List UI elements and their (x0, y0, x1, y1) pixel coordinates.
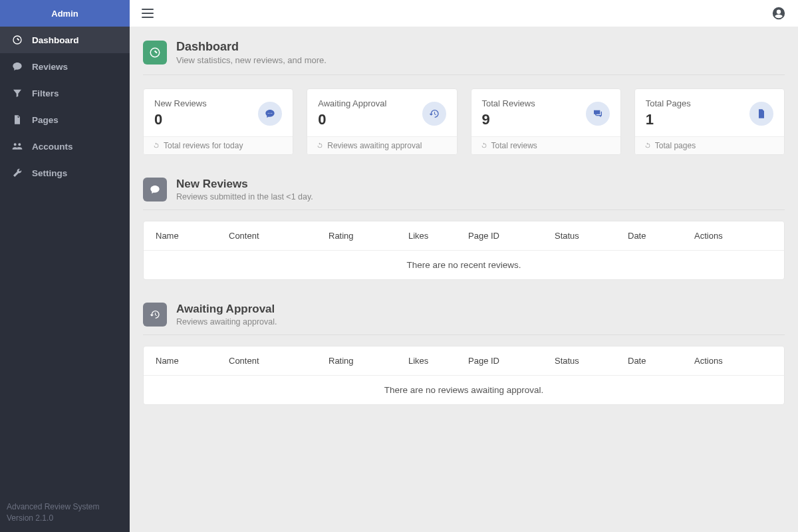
section-header-awaiting: Awaiting Approval Reviews awaiting appro… (143, 303, 785, 335)
empty-state-awaiting: There are no reviews awaiting approval. (144, 376, 784, 404)
comment-icon (143, 178, 167, 201)
stat-value: 0 (154, 111, 207, 128)
col-likes: Likes (408, 356, 468, 366)
col-name: Name (156, 231, 229, 241)
sidebar-item-filters[interactable]: Filters (0, 80, 130, 106)
user-menu-button[interactable] (771, 6, 786, 21)
table-header: Name Content Rating Likes Page ID Status… (144, 346, 784, 376)
sidebar-item-reviews[interactable]: Reviews (0, 53, 130, 80)
users-icon (12, 141, 23, 152)
page-title: Dashboard (176, 40, 327, 54)
empty-state-new: There are no recent reviews. (144, 251, 784, 279)
stat-card-total-pages: Total Pages 1 Total pages (634, 88, 785, 155)
stat-footer: Total pages (655, 141, 696, 150)
gauge-icon (143, 41, 167, 65)
stat-footer: Total reviews for today (164, 141, 243, 150)
history-icon (422, 102, 446, 126)
content-area: Dashboard View statistics, new reviews, … (130, 27, 798, 532)
stat-footer: Total reviews (491, 141, 537, 150)
section-description: Reviews submitted in the last <1 day. (176, 192, 313, 201)
comments-icon (586, 102, 610, 126)
stat-label: New Reviews (154, 98, 207, 108)
section-title: Awaiting Approval (176, 303, 277, 316)
main: Dashboard View statistics, new reviews, … (130, 0, 798, 532)
col-likes: Likes (408, 231, 468, 241)
col-actions: Actions (694, 356, 772, 366)
history-icon (143, 303, 167, 327)
sidebar-nav: Dashboard Reviews Filters Pages Accounts… (0, 27, 130, 493)
col-rating: Rating (329, 231, 408, 241)
col-page: Page ID (468, 231, 555, 241)
stat-row: New Reviews 0 Total reviews for today Aw… (143, 88, 785, 155)
comment-dots-icon (258, 102, 282, 126)
col-content: Content (229, 356, 329, 366)
section-header-new-reviews: New Reviews Reviews submitted in the las… (143, 178, 785, 210)
refresh-icon (317, 142, 323, 149)
sidebar-item-label: Reviews (32, 62, 68, 72)
gauge-icon (12, 35, 23, 45)
stat-footer: Reviews awaiting approval (327, 141, 422, 150)
page-description: View statistics, new reviews, and more. (176, 55, 327, 65)
sidebar-item-dashboard[interactable]: Dashboard (0, 27, 130, 53)
stat-label: Total Pages (646, 98, 691, 108)
col-rating: Rating (329, 356, 408, 366)
sidebar-item-label: Dashboard (32, 35, 79, 45)
comment-icon (12, 61, 23, 72)
sidebar-item-label: Filters (32, 88, 59, 98)
page-header: Dashboard View statistics, new reviews, … (143, 40, 785, 75)
topbar (130, 0, 798, 27)
sidebar-item-pages[interactable]: Pages (0, 106, 130, 133)
file-icon (749, 102, 773, 126)
sidebar-item-settings[interactable]: Settings (0, 160, 130, 186)
footer-version: Version 2.1.0 (7, 513, 123, 524)
stat-value: 0 (318, 111, 386, 128)
footer-product: Advanced Review System (7, 501, 123, 513)
stat-card-new-reviews: New Reviews 0 Total reviews for today (143, 88, 293, 155)
section-title: New Reviews (176, 178, 313, 191)
stat-value: 9 (482, 111, 535, 128)
brand-title[interactable]: Admin (0, 0, 130, 27)
refresh-icon (644, 142, 651, 149)
col-page: Page ID (468, 356, 555, 366)
menu-toggle-button[interactable] (142, 9, 154, 18)
col-date: Date (628, 356, 694, 366)
col-content: Content (229, 231, 329, 241)
sidebar: Admin Dashboard Reviews Filters Pages Ac… (0, 0, 130, 532)
section-description: Reviews awaiting approval. (176, 317, 277, 327)
col-status: Status (555, 231, 628, 241)
sidebar-item-label: Settings (32, 168, 67, 178)
stat-value: 1 (646, 111, 691, 128)
refresh-icon (153, 142, 160, 149)
table-awaiting: Name Content Rating Likes Page ID Status… (143, 346, 785, 405)
refresh-icon (481, 142, 487, 149)
table-header: Name Content Rating Likes Page ID Status… (144, 221, 784, 251)
stat-label: Awaiting Approval (318, 98, 386, 108)
sidebar-item-accounts[interactable]: Accounts (0, 133, 130, 160)
file-icon (12, 114, 23, 125)
col-status: Status (555, 356, 628, 366)
sidebar-item-label: Accounts (32, 142, 73, 152)
col-date: Date (628, 231, 694, 241)
stat-label: Total Reviews (482, 98, 535, 108)
col-name: Name (156, 356, 229, 366)
col-actions: Actions (694, 231, 772, 241)
wrench-icon (12, 168, 23, 178)
sidebar-footer: Advanced Review System Version 2.1.0 (0, 493, 130, 532)
stat-card-awaiting: Awaiting Approval 0 Reviews awaiting app… (307, 88, 457, 155)
table-new-reviews: Name Content Rating Likes Page ID Status… (143, 221, 785, 280)
sidebar-item-label: Pages (32, 115, 59, 125)
filter-icon (12, 88, 23, 98)
stat-card-total-reviews: Total Reviews 9 Total reviews (471, 88, 621, 155)
